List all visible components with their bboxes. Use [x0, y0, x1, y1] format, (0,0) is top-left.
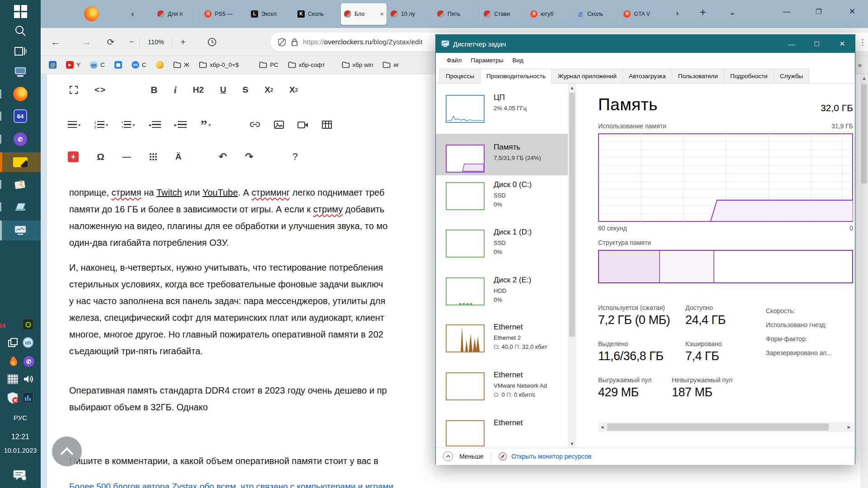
- scrollbar-thumb[interactable]: [569, 93, 575, 337]
- tray-qbittorrent[interactable]: qb: [23, 337, 33, 348]
- superscript-button[interactable]: X2: [289, 85, 298, 95]
- zoom-in-button[interactable]: +: [176, 28, 190, 56]
- window-minimize-button[interactable]: —: [783, 8, 790, 15]
- subscript-button[interactable]: X2: [264, 85, 273, 95]
- insert-link-button[interactable]: [250, 121, 260, 129]
- scroll-right-icon[interactable]: ►: [845, 422, 853, 432]
- browser-tab[interactable]: Стави: [481, 3, 526, 25]
- taskbar-app-firefox[interactable]: [0, 84, 41, 104]
- taskbar-app-snagit[interactable]: [0, 152, 41, 173]
- code-view-button[interactable]: <>: [94, 85, 106, 95]
- browser-tab[interactable]: ЯPS5 —: [201, 3, 247, 25]
- tray-audio-device[interactable]: [23, 392, 33, 403]
- tray-defender[interactable]: [6, 391, 19, 406]
- browser-tab[interactable]: 10 лу: [387, 3, 433, 25]
- menu-options[interactable]: Параметры: [471, 57, 503, 64]
- undo-button[interactable]: ↶: [219, 151, 227, 163]
- bookmark-youtube[interactable]: ▶Y: [66, 61, 80, 69]
- bookmark-folder[interactable]: РС: [259, 61, 278, 68]
- history-clock-icon[interactable]: [205, 28, 219, 56]
- underline-button[interactable]: U: [220, 85, 226, 95]
- tray-gpu-temp[interactable]: 34: [0, 322, 15, 329]
- bold-button[interactable]: B: [151, 84, 157, 95]
- tm-tab-performance[interactable]: Производительность: [480, 69, 552, 84]
- fullscreen-button[interactable]: [69, 85, 78, 94]
- browser-tab[interactable]: Яютуб: [527, 3, 573, 25]
- quote-dropdown[interactable]: ”▾: [200, 122, 211, 128]
- tray-viber[interactable]: ✆: [24, 356, 34, 367]
- bookmark-yandex[interactable]: [156, 61, 164, 69]
- italic-button[interactable]: i: [174, 84, 176, 96]
- menu-file[interactable]: Файл: [447, 57, 462, 64]
- taskbar-app-viber[interactable]: ✆: [0, 129, 41, 150]
- editor-paragraph[interactable]: Оперативная память стандарта DDR4 стоит …: [69, 382, 387, 416]
- forward-button[interactable]: →: [80, 28, 93, 56]
- browser-tab-active[interactable]: Бло×: [341, 3, 387, 25]
- back-button[interactable]: ←: [49, 28, 62, 56]
- taskbar-app-dosbox[interactable]: 64: [0, 106, 41, 127]
- page-scrollbar[interactable]: ▲: [860, 74, 868, 488]
- tray-clock-date[interactable]: 10.01.2023: [0, 447, 41, 454]
- menu-view[interactable]: Вид: [512, 57, 523, 64]
- new-tab-button[interactable]: +: [700, 7, 706, 18]
- tm-close-button[interactable]: ✕: [830, 35, 855, 53]
- collapse-circle-button[interactable]: [443, 451, 453, 461]
- reload-button[interactable]: ⟳: [104, 28, 118, 56]
- ordered-list-dropdown[interactable]: 12▾: [94, 120, 108, 129]
- tm-maximize-button[interactable]: □: [804, 35, 830, 53]
- bookmark-sport[interactable]: rpsC: [90, 61, 105, 69]
- tray-volume[interactable]: [23, 373, 34, 387]
- font-case-button[interactable]: Ä: [175, 152, 182, 162]
- taskbar-app-pc[interactable]: [0, 62, 41, 83]
- outdent-button[interactable]: ◂: [148, 121, 161, 128]
- open-resource-monitor-link[interactable]: Открыть монитор ресурсов: [511, 453, 591, 460]
- tray-language[interactable]: РУС: [0, 414, 41, 422]
- blog-footer-link[interactable]: Более 500 блогов автора Zystax обо всем,…: [69, 478, 393, 488]
- taskbar-app-image-editor[interactable]: [0, 174, 41, 195]
- help-button[interactable]: ?: [292, 151, 297, 163]
- search-button[interactable]: [0, 21, 41, 42]
- bookmarks-overflow-icon[interactable]: »: [858, 61, 862, 69]
- tray-copy-tool[interactable]: [7, 337, 19, 351]
- scrollbar-thumb[interactable]: [607, 423, 829, 431]
- bookmark-folder[interactable]: хбр win: [342, 61, 373, 68]
- memory-composition-bar[interactable]: [598, 250, 853, 283]
- bookmark-folder[interactable]: хбр-0_0+$: [199, 61, 239, 68]
- window-maximize-button[interactable]: ❐: [816, 8, 821, 15]
- browser-tab[interactable]: KСколь: [294, 3, 340, 25]
- indent-button[interactable]: ▸: [175, 121, 187, 128]
- task-view-button[interactable]: [0, 41, 41, 62]
- window-close-button[interactable]: ✕: [849, 8, 855, 15]
- tm-tab-app-history[interactable]: Журнал приложений: [552, 69, 623, 83]
- taskbar-app-gallery[interactable]: [0, 197, 41, 217]
- tm-tab-services[interactable]: Службы: [774, 69, 809, 83]
- editor-paragraph[interactable]: И, наконец, в-четвертых, нужно учитывать…: [69, 259, 385, 360]
- insert-special-button[interactable]: +: [68, 151, 79, 162]
- browser-tab[interactable]: Для п: [155, 3, 200, 25]
- firefox-logo-icon[interactable]: [84, 6, 99, 21]
- tm-tab-users[interactable]: Пользователи: [672, 69, 724, 83]
- tm-tab-details[interactable]: Подробности: [724, 69, 774, 83]
- tm-minimize-button[interactable]: —: [779, 35, 804, 53]
- shield-disabled-icon[interactable]: [278, 38, 286, 47]
- bookmark-folder[interactable]: хбр-софт: [288, 61, 325, 68]
- lock-icon[interactable]: [291, 38, 298, 47]
- tray-flame-app[interactable]: [8, 355, 19, 369]
- browser-tab[interactable]: ƧСколь: [574, 3, 619, 25]
- bullet-list-dropdown[interactable]: ••▾: [122, 120, 135, 129]
- grid-dots-button[interactable]: [149, 153, 157, 161]
- scroll-to-top-button[interactable]: [52, 436, 82, 466]
- tray-clock-time[interactable]: 12:21: [0, 433, 41, 441]
- scroll-up-icon[interactable]: ▲: [860, 74, 868, 82]
- browser-tab[interactable]: ЯGTA V: [620, 3, 666, 25]
- tab-close-icon[interactable]: ×: [380, 10, 384, 18]
- tm-tab-processes[interactable]: Процессы: [439, 69, 481, 83]
- browser-tab[interactable]: Пять: [434, 3, 480, 25]
- align-dropdown[interactable]: ▾: [68, 121, 80, 128]
- scroll-down-icon[interactable]: ▼: [568, 440, 576, 448]
- kebab-menu-icon[interactable]: ⋮: [858, 28, 867, 56]
- bookmark-messenger[interactable]: [114, 61, 122, 69]
- horizontal-rule-button[interactable]: —: [123, 152, 131, 162]
- insert-image-button[interactable]: [274, 121, 284, 129]
- editor-paragraph[interactable]: поприще, стримя на Twitch или YouTube. А…: [69, 184, 387, 251]
